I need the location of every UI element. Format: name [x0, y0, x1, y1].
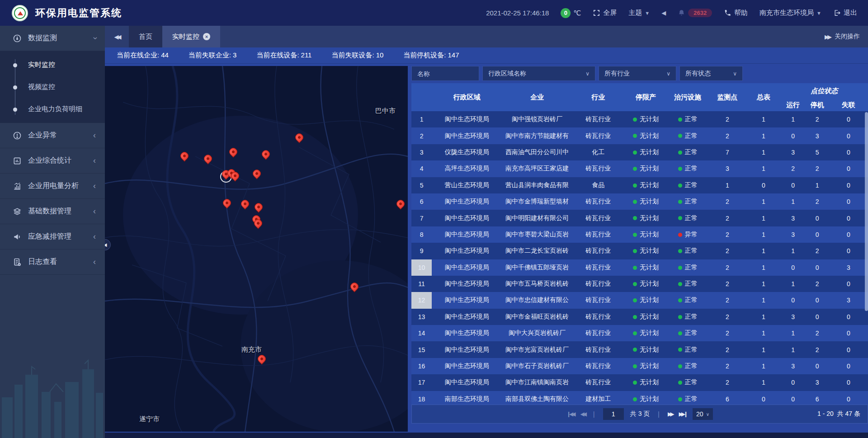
- cell-meters: 1: [746, 193, 780, 210]
- col-points: 监测点: [708, 83, 746, 111]
- cell-limit-status: 无计划: [624, 193, 667, 210]
- table-row[interactable]: 4高坪生态环境局南充市高坪区王家店建砖瓦行业无计划正常31220: [411, 160, 868, 177]
- mute-button[interactable]: ◀: [661, 9, 666, 16]
- table-row[interactable]: 16阆中生态环境局阆中市石子页岩机砖厂砖瓦行业无计划正常21300: [411, 358, 868, 374]
- table-row[interactable]: 9阆中生态环境局阆中市二龙长宝页岩砖砖瓦行业无计划正常21120: [411, 243, 868, 259]
- tab-realtime-monitor[interactable]: 实时监控 ×: [162, 26, 220, 47]
- tabs-scroll-left-button[interactable]: ◀◀: [105, 26, 129, 47]
- chevron-collapsed-icon: ‹: [93, 181, 96, 191]
- cell-region: 高坪生态环境局: [432, 160, 502, 177]
- cell-lost: 0: [829, 358, 868, 374]
- cell-points: 2: [708, 341, 746, 358]
- cell-facility-status: 异常: [667, 226, 708, 243]
- cell-facility-status: 正常: [667, 391, 708, 405]
- chevron-collapsed-icon: ‹: [93, 131, 96, 140]
- logout-button[interactable]: 退出: [833, 9, 857, 17]
- sidebar-group-enterprise-statistics[interactable]: 企业综合统计‹: [0, 148, 105, 174]
- help-button[interactable]: 帮助: [724, 9, 748, 17]
- col-company: 企业: [502, 83, 572, 111]
- table-body-scroll-area[interactable]: 1阆中生态环境局阆中强锐页岩砖厂砖瓦行业无计划正常211202阆中生态环境局阆中…: [411, 111, 868, 405]
- row-number: 1: [411, 111, 432, 127]
- fullscreen-button[interactable]: 全屏: [593, 9, 617, 17]
- cell-industry: 砖瓦行业: [572, 341, 624, 358]
- cell-region: 阆中生态环境局: [432, 210, 502, 226]
- map-panel[interactable]: 巴中市 南充市 遂宁市 ◀: [105, 66, 408, 432]
- org-dropdown[interactable]: 南充市生态环境局▼: [760, 9, 821, 17]
- bottom-strip: [105, 433, 868, 438]
- table-row[interactable]: 12阆中生态环境局阆中市忠信建材有限公砖瓦行业无计划正常21003: [411, 292, 868, 308]
- tab-home[interactable]: 首页: [129, 26, 162, 47]
- cell-company: 阆中市金博瑞新型墙材: [502, 193, 572, 210]
- sidebar-item-power-load-detail[interactable]: 企业电力负荷明细: [0, 98, 105, 120]
- next-page-button[interactable]: ▶▶: [668, 411, 672, 417]
- table-row[interactable]: 18南部生态环境局南部县双佛土陶有限公建材加工无计划正常60060: [411, 391, 868, 405]
- sidebar-group-power-analysis[interactable]: 企业用电量分析‹: [0, 174, 105, 199]
- cell-lost: 0: [829, 309, 868, 325]
- row-number: 16: [411, 358, 432, 374]
- status-dot-green: [633, 118, 637, 122]
- cell-limit-status: 无计划: [624, 243, 667, 259]
- sidebar-group-log-view[interactable]: 日志查看‹: [0, 250, 105, 275]
- row-number: 14: [411, 325, 432, 341]
- last-page-button[interactable]: ▶▶❙: [679, 411, 687, 417]
- cell-points: 2: [708, 111, 746, 127]
- industry-select[interactable]: 所有行业∨: [599, 66, 676, 81]
- table-row[interactable]: 3仪陇生态环境局西南油气田分公司川中化工无计划正常71350: [411, 144, 868, 160]
- row-number: 3: [411, 144, 432, 160]
- cell-run: 3: [781, 358, 806, 374]
- notification-area[interactable]: 2632: [678, 9, 712, 17]
- table-row[interactable]: 8阆中生态环境局阆中市枣碧大梁山页岩砖瓦行业无计划异常21300: [411, 226, 868, 243]
- cell-meters: 1: [746, 160, 780, 177]
- layers-icon: [13, 207, 22, 216]
- table-row[interactable]: 1阆中生态环境局阆中强锐页岩砖厂砖瓦行业无计划正常21120: [411, 111, 868, 127]
- sidebar-group-emergency-reduction[interactable]: 应急减排管理‹: [0, 224, 105, 250]
- status-dot-red: [678, 233, 682, 237]
- table-row[interactable]: 5营山生态环境局营山县润丰肉食品有限食品无计划正常10010: [411, 177, 868, 193]
- prev-page-button[interactable]: ◀◀: [580, 411, 585, 417]
- page-size-select[interactable]: 20∨: [693, 408, 713, 420]
- cell-points: 3: [708, 160, 746, 177]
- tab-close-icon[interactable]: ×: [203, 33, 210, 40]
- cell-run: 1: [781, 276, 806, 292]
- table-row[interactable]: 11阆中生态环境局阆中市五马桥页岩机砖砖瓦行业无计划正常21120: [411, 276, 868, 292]
- sidebar-group-base-data[interactable]: 基础数据管理‹: [0, 199, 105, 224]
- row-number: 5: [411, 177, 432, 193]
- status-dot-green: [678, 298, 682, 302]
- region-select[interactable]: 行政区域名称∨: [482, 66, 595, 81]
- cell-run: 0: [781, 259, 806, 276]
- theme-dropdown[interactable]: 主题▼: [628, 9, 650, 17]
- table-row[interactable]: 17阆中生态环境局阆中市江南镇阆南页岩砖瓦行业无计划正常21030: [411, 374, 868, 391]
- cell-stop: 2: [806, 325, 829, 341]
- cell-run: 1: [781, 325, 806, 341]
- gauge-icon: [13, 34, 22, 43]
- tab-bar: ◀◀ 首页 实时监控 × ▶▶ 关闭操作: [105, 26, 868, 47]
- sidebar-item-realtime-monitor[interactable]: 实时监控: [0, 54, 105, 76]
- sidebar-group-data-monitor[interactable]: 数据监测 ‹: [0, 26, 105, 51]
- table-row[interactable]: 7阆中生态环境局阆中明阳建材有限公司砖瓦行业无计划正常21300: [411, 210, 868, 226]
- status-select[interactable]: 所有状态∨: [679, 66, 743, 81]
- close-operations-button[interactable]: ▶▶ 关闭操作: [825, 26, 868, 47]
- name-search-input[interactable]: [411, 66, 479, 81]
- table-row[interactable]: 13阆中生态环境局阆中市金福旺页岩机砖砖瓦行业无计划正常21300: [411, 309, 868, 325]
- table-row[interactable]: 2阆中生态环境局阆中市南方节能建材有砖瓦行业无计划正常21030: [411, 127, 868, 144]
- sidebar-item-video-monitor[interactable]: 视频监控: [0, 76, 105, 98]
- status-dot-green: [678, 134, 682, 138]
- chevron-down-icon: ▼: [645, 10, 650, 16]
- table-scrollbar[interactable]: [865, 112, 868, 311]
- sidebar-group-enterprise-exception[interactable]: 企业异常‹: [0, 123, 105, 148]
- cell-company: 阆中市石子页岩机砖厂: [502, 358, 572, 374]
- cell-points: 2: [708, 127, 746, 144]
- cell-industry: 砖瓦行业: [572, 374, 624, 391]
- table-row[interactable]: 10阆中生态环境局阆中千佛镇五郎垭页岩砖瓦行业无计划正常21003: [411, 259, 868, 276]
- table-row[interactable]: 14阆中生态环境局阆中大兴页岩机砖厂砖瓦行业无计划正常21120: [411, 325, 868, 341]
- cell-region: 阆中生态环境局: [432, 341, 502, 358]
- cell-region: 仪陇生态环境局: [432, 144, 502, 160]
- col-industry: 行业: [572, 83, 624, 111]
- cell-region: 阆中生态环境局: [432, 374, 502, 391]
- col-stopped: 停机: [806, 99, 829, 111]
- page-number-input[interactable]: [603, 408, 624, 420]
- table-row[interactable]: 15阆中生态环境局阆中市光富页岩机砖厂砖瓦行业无计划正常21120: [411, 341, 868, 358]
- first-page-button[interactable]: ❙◀◀: [566, 411, 574, 417]
- table-row[interactable]: 6阆中生态环境局阆中市金博瑞新型墙材砖瓦行业无计划正常21120: [411, 193, 868, 210]
- cell-limit-status: 无计划: [624, 391, 667, 405]
